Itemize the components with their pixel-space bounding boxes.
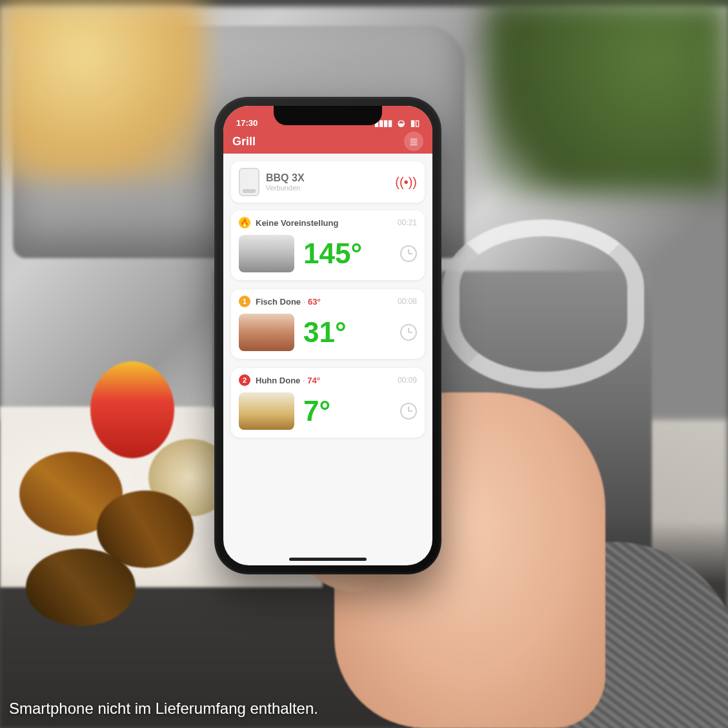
device-card[interactable]: BBQ 3X Verbunden ((•))	[231, 161, 425, 203]
signal-icon: ((•))	[395, 175, 417, 190]
probe-thumbnail	[239, 314, 294, 351]
list-icon: ≣	[409, 135, 418, 148]
probe-label-wrap: Fisch Done · 63°	[256, 297, 321, 307]
home-indicator	[289, 558, 367, 561]
app-header: Grill ≣	[223, 129, 432, 154]
probe-card-1[interactable]: 1 Fisch Done · 63° 00:08 31°	[231, 289, 425, 359]
probe-target-temp: 63°	[308, 297, 321, 307]
probe-label: Huhn Done	[256, 376, 300, 385]
wifi-icon: ◒	[398, 118, 405, 128]
probe-number-chip: 1	[239, 296, 250, 307]
probe-number-chip: 2	[239, 374, 250, 386]
timer-icon[interactable]	[400, 245, 417, 262]
header-menu-button[interactable]: ≣	[404, 132, 423, 151]
timer-icon[interactable]	[400, 324, 417, 341]
probe-card-2[interactable]: 2 Huhn Done · 74° 00:09 7°	[231, 368, 425, 438]
flame-icon: 🔥	[239, 217, 250, 228]
battery-icon: ▮▯	[410, 118, 420, 128]
probe-card-ambient[interactable]: 🔥 Keine Voreinstellung 00:21 145°	[231, 210, 425, 280]
smartphone-frame: 17:30 ▮▮▮▮ ◒ ▮▯ Grill ≣ BBQ 3X Verbunden…	[214, 97, 441, 574]
probe-temperature: 145°	[303, 239, 400, 268]
probe-temperature: 31°	[303, 318, 400, 347]
device-status: Verbunden	[266, 184, 305, 192]
probe-timer: 00:21	[398, 218, 417, 227]
probe-list: 🔥 Keine Voreinstellung 00:21 145° 1 Fisc…	[223, 210, 432, 438]
device-name: BBQ 3X	[266, 172, 305, 184]
app-screen: 17:30 ▮▮▮▮ ◒ ▮▯ Grill ≣ BBQ 3X Verbunden…	[223, 106, 432, 565]
probe-label-wrap: Huhn Done · 74°	[256, 376, 320, 385]
status-time: 17:30	[236, 118, 258, 128]
probe-target-temp: 74°	[307, 376, 320, 385]
page-title: Grill	[232, 135, 256, 148]
phone-notch	[274, 106, 382, 125]
probe-label: Fisch Done	[256, 297, 301, 307]
probe-thumbnail	[239, 392, 294, 430]
probe-timer: 00:09	[398, 376, 417, 385]
disclaimer-text: Smartphone nicht im Lieferumfang enthalt…	[9, 700, 318, 718]
thermometer-icon	[239, 168, 259, 196]
probe-timer: 00:08	[398, 297, 417, 306]
timer-icon[interactable]	[400, 403, 417, 420]
probe-temperature: 7°	[303, 397, 400, 425]
device-info: BBQ 3X Verbunden	[266, 172, 305, 192]
probe-thumbnail	[239, 235, 294, 272]
probe-label: Keine Voreinstellung	[256, 218, 338, 228]
